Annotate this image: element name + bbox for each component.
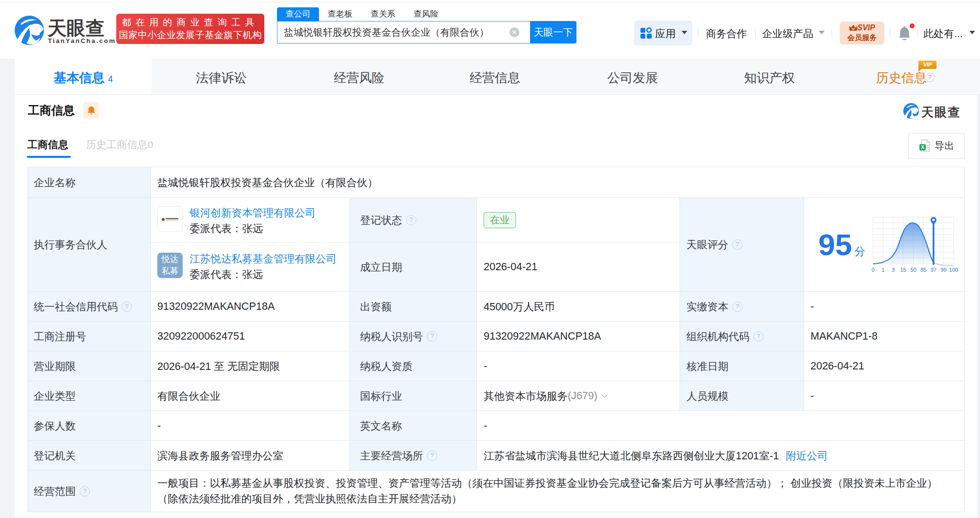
svg-text:X: X: [921, 145, 924, 150]
svg-text:0: 0: [872, 267, 874, 273]
svg-text:97: 97: [931, 267, 937, 273]
svg-text:1: 1: [882, 267, 885, 273]
svg-text:15: 15: [900, 267, 906, 273]
svg-text:3: 3: [892, 267, 895, 273]
svg-text:50: 50: [910, 267, 916, 273]
svg-text:100: 100: [949, 267, 958, 273]
svg-text:85: 85: [920, 267, 926, 273]
svg-text:99: 99: [940, 267, 946, 273]
